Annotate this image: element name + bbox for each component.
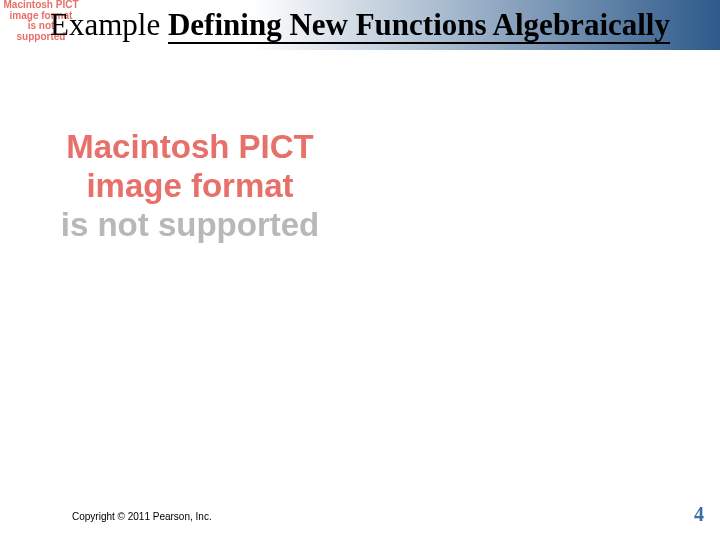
title-main: Defining New Functions Algebraically bbox=[168, 7, 670, 42]
copyright-text: Copyright © 2011 Pearson, Inc. bbox=[72, 511, 212, 522]
title-prefix: Example bbox=[50, 7, 168, 42]
big-pict-line3: is not supported bbox=[20, 206, 360, 245]
page-number: 4 bbox=[694, 503, 704, 526]
big-pict-line2: image format bbox=[20, 167, 360, 206]
big-pict-placeholder: Macintosh PICT image format is not suppo… bbox=[20, 128, 360, 245]
slide-title: Example Defining New Functions Algebraic… bbox=[0, 6, 720, 43]
big-pict-line1: Macintosh PICT bbox=[20, 128, 360, 167]
